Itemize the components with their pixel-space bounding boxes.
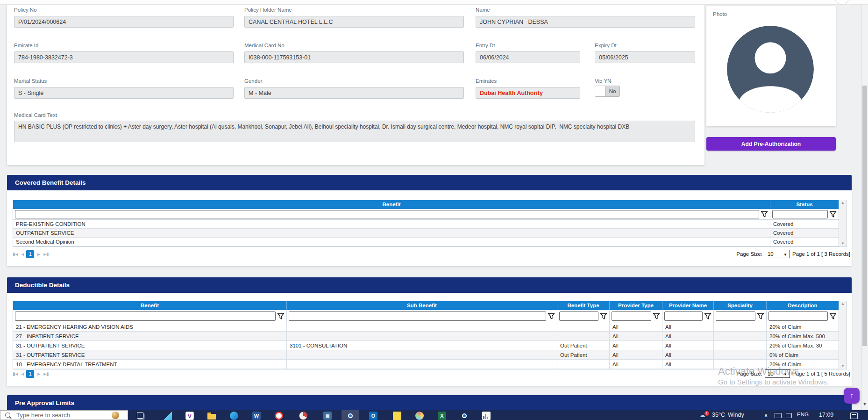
language-indicator[interactable]: ENG: [797, 412, 809, 417]
medical-card-no-input[interactable]: [244, 51, 464, 63]
deductible-table-scrollbar[interactable]: [839, 301, 847, 369]
deductible-table-row[interactable]: 31 - OUTPATIENT SERVICE Out Patient All …: [13, 350, 839, 360]
filter-funnel-icon[interactable]: [600, 312, 607, 320]
deductible-table-row[interactable]: 31 - OUTPATIENT SERVICE 3101 - CONSULTAT…: [13, 341, 839, 350]
deductible-table-row[interactable]: 27 - INPATIENT SERVICE All All 20% of Cl…: [13, 332, 839, 341]
chevron-down-icon: [783, 251, 787, 257]
name-input[interactable]: [476, 16, 695, 28]
tray-weather-condition[interactable]: Windy: [728, 412, 744, 418]
cortana-icon[interactable]: [112, 412, 119, 419]
ded-col-provider-type[interactable]: Provider Type: [610, 301, 662, 310]
last-page-button[interactable]: [43, 370, 48, 378]
taskbar-icon-calculator[interactable]: ▦: [323, 412, 332, 420]
taskbar-icon-word[interactable]: W: [252, 412, 261, 420]
ded-sub-benefit-filter-input[interactable]: [289, 311, 546, 321]
taskbar-icon-excel[interactable]: X: [438, 412, 446, 420]
scroll-to-top-button[interactable]: [844, 388, 860, 404]
filter-funnel-icon[interactable]: [277, 312, 285, 320]
filter-funnel-icon[interactable]: [829, 312, 837, 320]
filter-funnel-icon[interactable]: [757, 312, 764, 320]
taskbar-icon-file-explorer[interactable]: [207, 412, 216, 420]
policy-holder-name-input[interactable]: [244, 16, 464, 28]
action-center-icon[interactable]: [850, 413, 858, 419]
ded-provider-type-filter-input[interactable]: [612, 311, 651, 321]
last-page-button[interactable]: [43, 251, 48, 258]
taskbar-icon-pie-chart[interactable]: [299, 412, 307, 420]
page-scrollbar-thumb[interactable]: [862, 86, 867, 346]
covered-col-benefit[interactable]: Benefit: [13, 200, 770, 209]
ded-benefit-type-filter-input[interactable]: [559, 311, 598, 321]
ded-col-description[interactable]: Description: [767, 301, 839, 310]
description-cell: 20% of Claim Max. 500: [767, 332, 839, 341]
filter-funnel-icon[interactable]: [829, 210, 837, 218]
scroll-up-icon[interactable]: [841, 200, 845, 206]
filter-funnel-icon[interactable]: [548, 312, 555, 320]
pen-tablet-tray-icon[interactable]: [786, 413, 792, 418]
covered-col-status[interactable]: Status: [770, 200, 839, 209]
expiry-dt-input[interactable]: [595, 51, 695, 63]
covered-table-scrollbar[interactable]: [839, 200, 847, 247]
clock[interactable]: 17:09: [819, 412, 833, 418]
provider-name-cell: All: [662, 360, 714, 369]
taskbar-icon-paint[interactable]: [415, 412, 424, 420]
taskbar-icon-mail-swoosh[interactable]: [164, 412, 172, 420]
ded-col-speciality[interactable]: Speciality: [714, 301, 767, 310]
ded-col-sub-benefit[interactable]: Sub Benefit: [287, 301, 557, 310]
prev-page-button[interactable]: [20, 251, 24, 258]
add-pre-authorization-button[interactable]: Add Pre-Authorization: [706, 137, 836, 151]
emirates-input[interactable]: [476, 87, 580, 99]
ded-col-benefit-type[interactable]: Benefit Type: [557, 301, 610, 310]
ded-benefit-filter-input[interactable]: [15, 311, 276, 321]
first-page-button[interactable]: [13, 370, 18, 378]
scroll-up-icon[interactable]: [841, 301, 845, 307]
medical-card-text-area[interactable]: HN BASIC PLUS (OP restricted to clinics)…: [14, 121, 695, 142]
ded-provider-name-filter-input[interactable]: [664, 311, 703, 321]
ded-col-benefit[interactable]: Benefit: [13, 301, 287, 310]
first-page-button[interactable]: [13, 251, 18, 258]
current-page-button[interactable]: 1: [26, 370, 34, 378]
filter-funnel-icon[interactable]: [704, 312, 711, 320]
covered-status-filter-input[interactable]: [772, 210, 828, 218]
taskbar-icon-visio[interactable]: V: [185, 412, 194, 420]
taskbar-search-box[interactable]: [0, 410, 128, 420]
filter-funnel-icon[interactable]: [761, 210, 768, 218]
deductible-table-row[interactable]: 18 - EMERGENCY DENTAL TREATMENT All All …: [13, 360, 839, 369]
taskbar-icon-opera[interactable]: [275, 412, 283, 420]
page-size-select[interactable]: 10: [765, 250, 790, 258]
taskbar-icon-stats-app[interactable]: [482, 412, 491, 420]
task-view-icon[interactable]: [137, 412, 143, 419]
covered-table-row[interactable]: Second Medical Opinion Covered: [13, 238, 839, 246]
entry-dt-input[interactable]: [476, 51, 580, 63]
taskbar-icon-outlook[interactable]: O: [369, 412, 377, 420]
ded-description-filter-input[interactable]: [768, 311, 828, 321]
tray-temperature[interactable]: 35°C: [712, 412, 725, 418]
ded-col-provider-name[interactable]: Provider Name: [662, 301, 714, 310]
display-tray-icon[interactable]: [775, 413, 782, 418]
next-page-button[interactable]: [36, 251, 40, 258]
scroll-down-icon[interactable]: [841, 241, 845, 246]
prev-page-button[interactable]: [20, 370, 24, 378]
emirate-id-input[interactable]: [14, 51, 234, 63]
scroll-down-icon[interactable]: [841, 363, 845, 369]
gender-input[interactable]: [244, 87, 464, 99]
marital-status-input[interactable]: [14, 87, 234, 99]
filter-funnel-icon[interactable]: [653, 312, 660, 320]
covered-benefit-filter-input[interactable]: [15, 210, 759, 218]
ded-speciality-filter-input[interactable]: [716, 311, 755, 321]
scrollbar-down-arrow[interactable]: [862, 402, 868, 406]
vip-yn-toggle[interactable]: No: [595, 86, 620, 97]
tray-expand-chevron-icon[interactable]: [764, 412, 768, 418]
taskbar-icon-sticky-notes[interactable]: [393, 412, 401, 420]
covered-table-row[interactable]: OUTPATIENT SERVICE Covered: [13, 229, 839, 238]
next-page-button[interactable]: [36, 370, 40, 378]
ded-benefit-filter-cell: [13, 310, 287, 322]
policy-no-input[interactable]: [14, 16, 234, 28]
taskbar-icon-edge[interactable]: [230, 412, 238, 420]
deductible-table-row[interactable]: 21 - EMERGENCY HEARING AND VISION AIDS A…: [13, 322, 839, 332]
page-size-label: Page Size:: [736, 251, 762, 257]
page-size-select[interactable]: 10: [765, 369, 790, 378]
search-input[interactable]: [15, 411, 97, 419]
current-page-button[interactable]: 1: [26, 250, 34, 258]
covered-table-row[interactable]: PRE-EXISTING CONDITION Covered: [13, 220, 839, 229]
deductible-table: Benefit Sub Benefit Benefit Type Provide…: [13, 301, 847, 369]
